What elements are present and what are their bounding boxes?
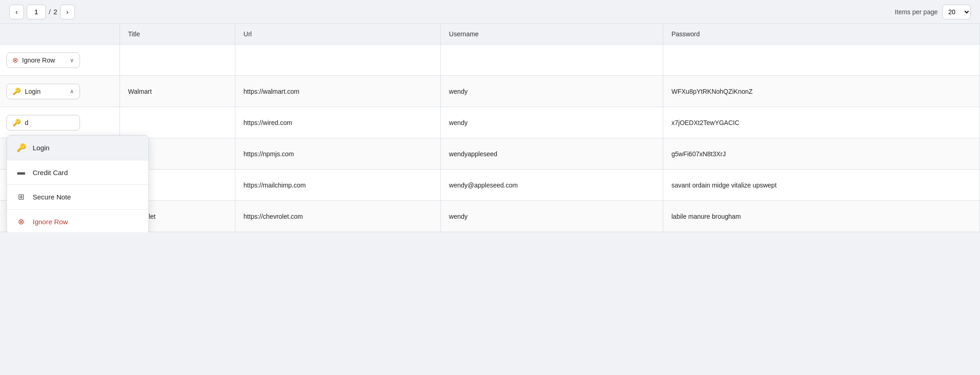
key-icon: 🔑 xyxy=(16,143,26,153)
type-label: Login xyxy=(25,88,64,95)
prev-page-button[interactable]: ‹ xyxy=(9,5,24,19)
password-cell: labile manure brougham xyxy=(663,201,980,232)
title-cell: Walmart xyxy=(120,76,235,107)
items-per-page-control: Items per page 10 20 50 100 xyxy=(895,5,971,19)
items-per-page-select[interactable]: 10 20 50 100 xyxy=(942,5,971,19)
url-cell: https://walmart.com xyxy=(235,76,440,107)
username-cell: wendy@appleseed.com xyxy=(440,170,663,201)
chevron-up-icon: ∧ xyxy=(70,88,74,95)
col-header-type xyxy=(0,24,120,45)
table-row: 🔑 Login ∧ Walmart https://walmart.com we… xyxy=(0,76,980,107)
table-header-row: Title Url Username Password xyxy=(0,24,980,45)
username-cell xyxy=(440,45,663,76)
password-cell: savant ordain midge vitalize upswept xyxy=(663,170,980,201)
col-header-title: Title xyxy=(120,24,235,45)
items-per-page-label: Items per page xyxy=(895,8,938,16)
x-circle-icon: ⊗ xyxy=(16,217,26,227)
dropdown-item-credit-card[interactable]: ▬ Credit Card xyxy=(7,160,148,185)
username-cell: wendy xyxy=(440,76,663,107)
dropdown-label: Ignore Row xyxy=(33,218,68,226)
url-cell xyxy=(235,45,440,76)
dropdown-label: Login xyxy=(33,144,50,152)
type-dropdown-menu: 🔑 Login ▬ Credit Card ⊞ Secure Note ⊗ Ig… xyxy=(6,135,149,232)
chevron-down-icon: ∨ xyxy=(70,57,74,63)
top-bar: ‹ 1 / 2 › Items per page 10 20 50 100 xyxy=(0,0,980,24)
dropdown-label: Credit Card xyxy=(33,169,68,176)
dropdown-item-secure-note[interactable]: ⊞ Secure Note xyxy=(7,185,148,210)
type-selector-login-open[interactable]: 🔑 Login ∧ xyxy=(6,84,80,99)
col-header-url: Url xyxy=(235,24,440,45)
type-label: Ignore Row xyxy=(22,57,64,64)
url-cell: https://npmjs.com xyxy=(235,138,440,170)
pagination: ‹ 1 / 2 › xyxy=(9,5,75,19)
title-cell xyxy=(120,107,235,138)
table-row: ⊗ Ignore Row ∨ xyxy=(0,45,980,76)
key-icon: 🔑 xyxy=(12,87,21,96)
dropdown-item-ignore-row[interactable]: ⊗ Ignore Row xyxy=(7,210,148,232)
url-cell: https://mailchimp.com xyxy=(235,170,440,201)
password-cell xyxy=(663,45,980,76)
type-cell: 🔑 Login ∧ xyxy=(0,76,120,107)
col-header-username: Username xyxy=(440,24,663,45)
note-icon: ⊞ xyxy=(16,192,26,202)
username-cell: wendy xyxy=(440,201,663,232)
username-cell: wendyappleseed xyxy=(440,138,663,170)
url-cell: https://chevrolet.com xyxy=(235,201,440,232)
type-cell: 🔑 d xyxy=(0,107,120,138)
password-cell: g5wFi607xN8t3XrJ xyxy=(663,138,980,170)
card-icon: ▬ xyxy=(16,168,26,177)
type-cell: ⊗ Ignore Row ∨ xyxy=(0,45,120,76)
page-separator: / xyxy=(49,8,51,16)
main-table-wrapper: Title Url Username Password ⊗ Ignore Row… xyxy=(0,24,980,232)
dropdown-item-login[interactable]: 🔑 Login xyxy=(7,136,148,160)
url-cell: https://wired.com xyxy=(235,107,440,138)
dropdown-label: Secure Note xyxy=(33,193,71,201)
password-cell: x7jOEDXt2TewYGACIC xyxy=(663,107,980,138)
type-selector-ignore[interactable]: ⊗ Ignore Row ∨ xyxy=(6,52,80,68)
col-header-password: Password xyxy=(663,24,980,45)
ignore-icon: ⊗ xyxy=(12,56,18,64)
type-selector-login[interactable]: 🔑 d xyxy=(6,115,80,131)
next-page-button[interactable]: › xyxy=(60,5,75,19)
page-input[interactable]: 1 xyxy=(27,5,46,19)
key-icon: 🔑 xyxy=(12,119,21,127)
password-cell: WFXu8pYtRKNohQZiKnonZ xyxy=(663,76,980,107)
title-cell xyxy=(120,45,235,76)
total-pages: 2 xyxy=(53,8,57,16)
type-label: d xyxy=(25,119,74,126)
username-cell: wendy xyxy=(440,107,663,138)
table-row: 🔑 d https://wired.com wendy x7jOEDXt2Tew… xyxy=(0,107,980,138)
